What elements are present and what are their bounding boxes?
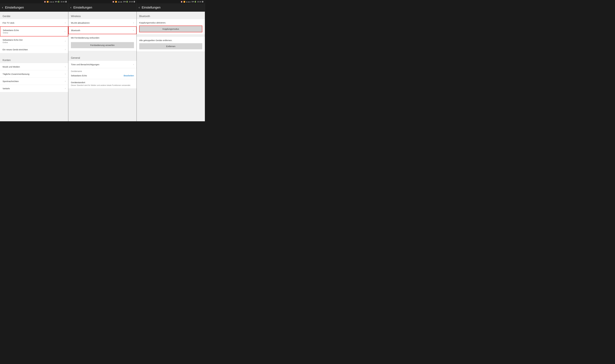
chevron-icon-sebastians-echo: › [65, 30, 65, 33]
status-bar-1: ⏰ 📶 ▲▲▲ 30%🔋 22:16 🖼 [0, 0, 68, 3]
back-button-3[interactable]: ‹ [139, 6, 140, 9]
list-item-wlan[interactable]: WLAN aktualisieren › [68, 19, 137, 26]
alarm-icon: ⏰ [44, 1, 46, 3]
chevron-icon-verkehr: › [65, 87, 66, 90]
time-label-2: 22:16 [129, 1, 133, 2]
tagliche-title: Tägliche Zusammenfassung [2, 73, 29, 75]
time-label: 22:16 [60, 1, 65, 2]
battery-label-2: 30%🔋 [123, 1, 128, 3]
entfernen-info: Alle gekoppelten Geräte entfernen. [139, 39, 202, 41]
geratename-label: Gerätename [71, 70, 134, 72]
content-1: Geräte Fire TV stick › Sebastians Echo O… [0, 12, 68, 121]
list-item-tagliche[interactable]: Tägliche Zusammenfassung › [0, 70, 68, 78]
list-card-geraete: Fire TV stick › Sebastians Echo Online ›… [0, 19, 68, 53]
standort-card: Gerätestandort Dieser Standort wird für … [68, 79, 137, 88]
geratename-edit-button[interactable]: Bearbeiten [123, 74, 134, 77]
list-item-tone[interactable]: Töne und Benachrichtigungen › [68, 61, 137, 68]
geratename-card: Gerätename Sebastians Echo Bearbeiten [68, 68, 137, 79]
list-card-general: Töne und Benachrichtigungen › [68, 61, 137, 68]
list-item-verkehr[interactable]: Verkehr › [0, 85, 68, 92]
toolbar-2: ‹ Einstellungen [68, 3, 137, 12]
echo-dot-title: Sebastians Echo Dot [2, 39, 23, 41]
chevron-icon-new-device: › [65, 48, 66, 51]
entfernen-button[interactable]: Entfernen [139, 43, 202, 49]
sport-title: Sportnachrichten [2, 80, 19, 82]
chevron-icon-echo-dot: › [65, 40, 66, 42]
status-bar-3: ⏰ 📶 ▲▲▲ 30%🔋 22:16 🖼 [137, 0, 205, 3]
section-heading-konten: Konten [0, 56, 68, 63]
back-button-2[interactable]: ‹ [70, 6, 71, 9]
list-card-wireless: WLAN aktualisieren › Bluetooth › [68, 19, 137, 34]
bluetooth-title: Bluetooth [71, 29, 80, 32]
fernbedienung-verwerfen-button[interactable]: Fernbedienung verwerfen [71, 42, 134, 48]
geratename-row: Sebastians Echo Bearbeiten [71, 73, 134, 77]
fernbedienung-btn-wrapper: Fernbedienung verwerfen [68, 41, 137, 51]
geratename-value: Sebastians Echo [71, 74, 87, 77]
content-3: Bluetooth Kopplungsmodus aktivieren. Kop… [137, 12, 205, 121]
chevron-icon-fire-tv: › [65, 22, 66, 24]
chevron-icon-tone: › [133, 63, 134, 66]
signal-icon-3: ▲▲▲ [186, 1, 191, 2]
fernbedienung-card: Mit Fernbedienung verbunden Fernbedienun… [68, 34, 137, 51]
section-gap-3 [137, 34, 205, 37]
panel-bluetooth: ⏰ 📶 ▲▲▲ 30%🔋 22:16 🖼 ‹ Einstellungen Blu… [137, 0, 205, 121]
sebastians-echo-subtitle: Online [3, 32, 19, 34]
photo-icon: 🖼 [65, 1, 67, 2]
wlan-title: WLAN aktualisieren [71, 22, 90, 24]
fernbedienung-label: Mit Fernbedienung verbunden [71, 37, 99, 39]
section-gap-2 [68, 51, 137, 53]
chevron-icon-sport: › [65, 80, 66, 82]
section-heading-general: General [68, 53, 137, 61]
photo-icon-3: 🖼 [202, 1, 204, 2]
wifi-icon-3: 📶 [183, 1, 185, 3]
new-device-title: Ein neues Gerät einrichten [2, 48, 28, 51]
section-gap-1 [0, 53, 68, 56]
wifi-icon: 📶 [47, 1, 49, 3]
signal-icon: ▲▲▲ [49, 1, 54, 2]
section-heading-wireless: Wireless [68, 12, 137, 19]
section-heading-geraete: Geräte [0, 12, 68, 19]
entfernen-card: Alle gekoppelten Geräte entfernen. Entfe… [137, 37, 205, 51]
chevron-icon-wlan: › [133, 22, 134, 24]
signal-icon-2: ▲▲▲ [118, 1, 123, 2]
tone-title: Töne und Benachrichtigungen [71, 63, 99, 66]
wifi-icon-2: 📶 [115, 1, 117, 3]
list-item-fire-tv[interactable]: Fire TV stick › [0, 19, 68, 26]
chevron-icon-tagliche: › [65, 73, 66, 75]
standort-label: Gerätestandort [71, 81, 134, 84]
panel-wireless: ⏰ 📶 ▲▲▲ 30%🔋 22:16 🖼 ‹ Einstellungen Wir… [68, 0, 137, 121]
toolbar-title-2: Einstellungen [73, 6, 92, 9]
chevron-icon-musik: › [65, 65, 66, 68]
list-item-echo-dot[interactable]: Sebastians Echo Dot Online › [0, 36, 68, 46]
battery-label-3: 30%🔋 [191, 1, 196, 3]
list-item-sebastians-echo[interactable]: Sebastians Echo Online › [0, 26, 68, 36]
toolbar-1: ‹ Einstellungen [0, 3, 68, 12]
alarm-icon-2: ⏰ [112, 1, 114, 3]
sebastians-echo-title: Sebastians Echo [3, 29, 19, 31]
list-item-musik[interactable]: Musik und Medien › [0, 63, 68, 70]
toolbar-3: ‹ Einstellungen [137, 3, 205, 12]
list-item-new-device[interactable]: Ein neues Gerät einrichten › [0, 46, 68, 53]
battery-label: 30%🔋 [55, 1, 60, 3]
toolbar-title-3: Einstellungen [142, 6, 161, 9]
kopplungsmodus-button[interactable]: Kopplungsmodus [139, 26, 202, 32]
verkehr-title: Verkehr [2, 87, 10, 90]
time-label-3: 22:16 [197, 1, 201, 2]
panel-geraete: ⏰ 📶 ▲▲▲ 30%🔋 22:16 🖼 ‹ Einstellungen Ger… [0, 0, 68, 121]
list-card-konten: Musik und Medien › Tägliche Zusammenfass… [0, 63, 68, 92]
section-heading-bluetooth: Bluetooth [137, 12, 205, 19]
fire-tv-title: Fire TV stick [2, 22, 14, 24]
echo-dot-subtitle: Online [2, 41, 23, 43]
list-item-sport[interactable]: Sportnachrichten › [0, 78, 68, 85]
kopplungsmodus-info: Kopplungsmodus aktivieren. [139, 22, 202, 24]
toolbar-title-1: Einstellungen [5, 6, 24, 9]
status-bar-2: ⏰ 📶 ▲▲▲ 30%🔋 22:16 🖼 [68, 0, 137, 3]
back-button-1[interactable]: ‹ [2, 6, 3, 9]
photo-icon-2: 🖼 [134, 1, 135, 2]
kopplungsmodus-card: Kopplungsmodus aktivieren. Kopplungsmodu… [137, 19, 205, 34]
chevron-icon-bluetooth: › [133, 29, 134, 32]
list-item-bluetooth[interactable]: Bluetooth › [68, 26, 137, 34]
alarm-icon-3: ⏰ [181, 1, 183, 3]
content-2: Wireless WLAN aktualisieren › Bluetooth … [68, 12, 137, 121]
fernbedienung-status: Mit Fernbedienung verbunden [68, 34, 137, 41]
